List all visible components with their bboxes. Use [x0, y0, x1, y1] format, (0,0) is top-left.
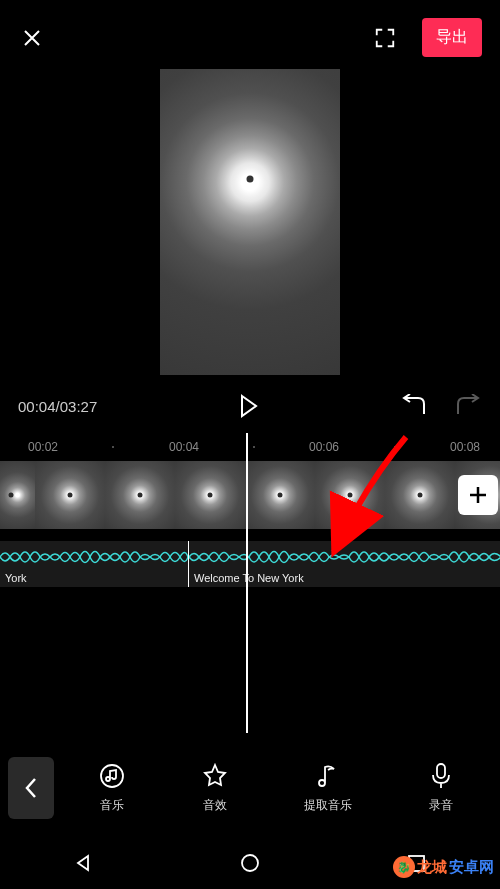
watermark-logo-icon: 🐉	[393, 856, 415, 878]
microphone-icon	[430, 762, 452, 790]
note-icon	[316, 763, 340, 789]
clip-thumbnail[interactable]	[315, 461, 385, 529]
clip-thumbnail[interactable]	[175, 461, 245, 529]
bottom-toolbar: 音乐 音效 提取音乐 录音	[0, 749, 500, 827]
plus-icon	[467, 484, 489, 506]
audio-clip[interactable]: Welcome To New York	[188, 541, 500, 587]
export-button[interactable]: 导出	[422, 18, 482, 57]
tool-label: 音乐	[100, 797, 124, 814]
tool-label: 录音	[429, 797, 453, 814]
top-right-controls: 导出	[372, 18, 482, 57]
waveform-icon	[189, 545, 500, 569]
tool-label: 音效	[203, 797, 227, 814]
tool-record[interactable]: 录音	[427, 762, 455, 814]
play-icon	[238, 394, 260, 418]
ruler-dot	[394, 446, 396, 448]
music-icon	[99, 763, 125, 789]
current-time: 00:04	[18, 398, 56, 415]
audio-clip-label: Welcome To New York	[194, 572, 304, 584]
play-button[interactable]	[234, 391, 264, 421]
redo-button[interactable]	[454, 394, 482, 418]
ruler-mark: 00:02	[28, 440, 58, 454]
clip-thumbnail[interactable]	[385, 461, 455, 529]
preview-area	[0, 69, 500, 375]
ruler-mark: 00:08	[450, 440, 480, 454]
preview-video[interactable]	[160, 69, 340, 375]
clip-thumbnail[interactable]	[35, 461, 105, 529]
star-icon	[202, 763, 228, 789]
audio-clip[interactable]: York	[0, 541, 188, 587]
timeline-area[interactable]: York Welcome To New York	[0, 461, 500, 661]
ruler-dot	[112, 446, 114, 448]
close-icon	[20, 26, 44, 50]
chevron-left-icon	[24, 777, 38, 799]
video-clips-row[interactable]	[0, 461, 500, 529]
tool-items: 音乐 音效 提取音乐 录音	[60, 762, 492, 814]
tool-extract-music[interactable]: 提取音乐	[304, 762, 352, 814]
ruler-mark: 00:04	[169, 440, 199, 454]
clip-thumbnail[interactable]	[105, 461, 175, 529]
redo-icon	[454, 394, 482, 418]
svg-point-2	[242, 855, 258, 871]
close-button[interactable]	[18, 24, 46, 52]
audio-clips-row[interactable]: York Welcome To New York	[0, 541, 500, 587]
clip-thumbnail[interactable]	[0, 461, 35, 529]
waveform-icon	[0, 545, 188, 569]
tool-music[interactable]: 音乐	[98, 762, 126, 814]
watermark-text: 龙城	[417, 858, 447, 877]
fullscreen-icon	[374, 27, 396, 49]
playhead[interactable]	[246, 433, 248, 733]
svg-rect-1	[437, 764, 445, 778]
undo-icon	[400, 394, 428, 418]
ruler-mark: 00:06	[309, 440, 339, 454]
top-bar: 导出	[0, 0, 500, 69]
tool-sfx[interactable]: 音效	[201, 762, 229, 814]
circle-icon	[240, 853, 260, 873]
time-display: 00:04/03:27	[18, 398, 97, 415]
watermark: 🐉 龙城安卓网	[393, 856, 494, 878]
triangle-left-icon	[73, 853, 93, 873]
clip-thumbnail[interactable]	[245, 461, 315, 529]
watermark-text: 安卓网	[449, 858, 494, 877]
fullscreen-button[interactable]	[372, 25, 398, 51]
svg-point-0	[101, 765, 123, 787]
total-time: 03:27	[60, 398, 98, 415]
timeline-ruler: 00:02 00:04 00:06 00:08	[0, 433, 500, 461]
controls-row: 00:04/03:27	[0, 375, 500, 433]
add-clip-button[interactable]	[458, 475, 498, 515]
nav-home-button[interactable]	[235, 848, 265, 878]
back-button[interactable]	[8, 757, 54, 819]
audio-clip-label: York	[5, 572, 27, 584]
nav-back-button[interactable]	[68, 848, 98, 878]
undo-redo-group	[400, 394, 482, 418]
undo-button[interactable]	[400, 394, 428, 418]
tool-label: 提取音乐	[304, 797, 352, 814]
ruler-dot	[253, 446, 255, 448]
